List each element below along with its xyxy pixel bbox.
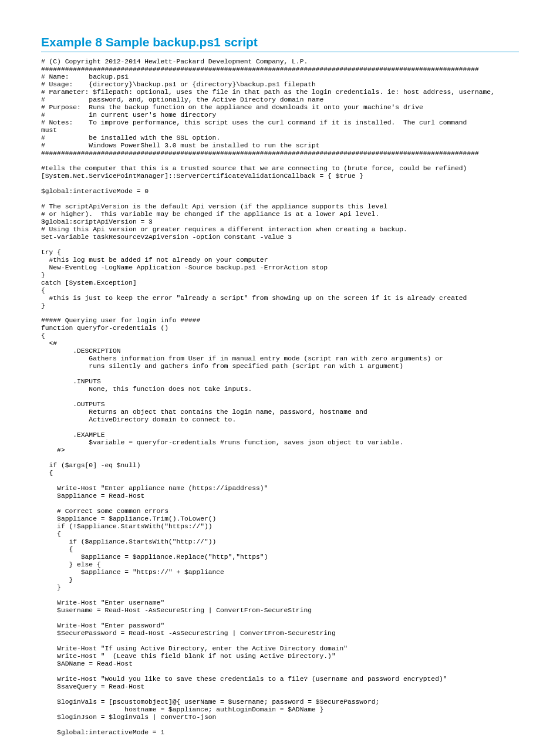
code-listing: # (C) Copyright 2012-2014 Hewlett-Packar… xyxy=(41,58,519,737)
section-heading: Example 8 Sample backup.ps1 script xyxy=(41,35,519,52)
